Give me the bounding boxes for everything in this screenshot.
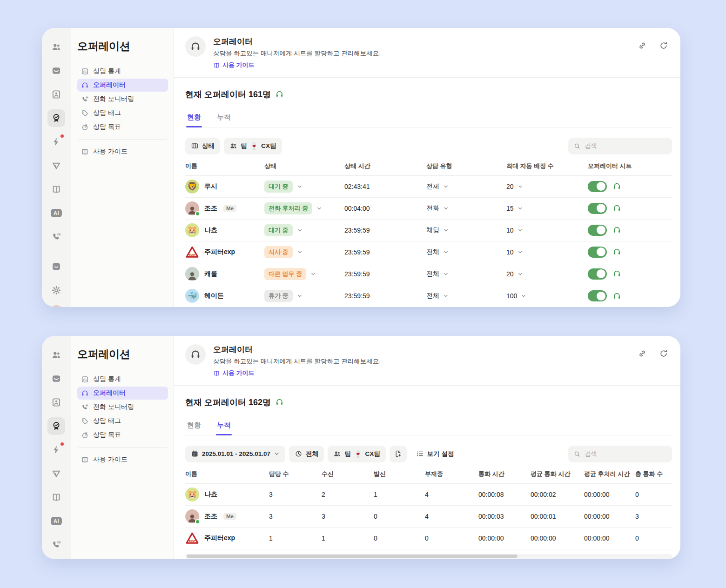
chevron-down-icon[interactable] xyxy=(297,249,302,255)
status-badge: 대기 중 xyxy=(264,224,293,236)
scrollbar-thumb[interactable] xyxy=(187,555,518,558)
chevron-down-icon[interactable] xyxy=(443,227,449,233)
chevron-down-icon[interactable] xyxy=(518,227,523,233)
team-filter-chip[interactable]: 팀 🍷 CX팀 xyxy=(328,446,386,462)
chevron-down-icon[interactable] xyxy=(518,206,523,211)
tab-cumulative[interactable]: 누적 xyxy=(216,111,232,127)
status-filter-chip[interactable]: 상태 xyxy=(185,138,220,154)
search-input[interactable] xyxy=(585,450,667,457)
rail-inbox-icon[interactable] xyxy=(47,370,65,388)
headset-icon xyxy=(185,344,206,365)
headset-icon xyxy=(81,81,89,89)
refresh-icon[interactable] xyxy=(659,349,668,358)
operation-window-status: AI 오퍼레이션 상담 통계 오퍼레이터 전화 모니터링 상담 태그 상담 목표 xyxy=(42,28,680,307)
rail-operation-medal-icon[interactable] xyxy=(47,109,65,127)
rail-phone-icon[interactable] xyxy=(47,228,65,246)
rail-automation-bolt-icon[interactable] xyxy=(47,133,65,151)
rail-phone-icon[interactable] xyxy=(47,536,65,554)
wine-emoji: 🍷 xyxy=(250,142,258,150)
chevron-down-icon[interactable] xyxy=(443,271,449,277)
chevron-down-icon[interactable] xyxy=(443,249,449,255)
sidebar-item-stats[interactable]: 상담 통계 xyxy=(77,65,168,78)
chevron-down-icon[interactable] xyxy=(297,184,302,189)
chevron-down-icon[interactable] xyxy=(443,184,449,189)
date-range-chip[interactable]: 2025.01.01 - 2025.01.07 xyxy=(185,446,285,462)
tab-current[interactable]: 현황 xyxy=(186,111,202,127)
search-input[interactable] xyxy=(585,142,667,149)
rail-operation-medal-icon[interactable] xyxy=(47,417,65,435)
rail-messenger-icon[interactable] xyxy=(47,258,65,275)
chevron-down-icon[interactable] xyxy=(297,227,302,233)
rail-users-icon[interactable] xyxy=(47,346,65,364)
guide-link[interactable]: 사용 가이드 xyxy=(213,369,255,377)
rail-settings-gear-icon[interactable] xyxy=(47,281,65,299)
avatar xyxy=(185,267,199,281)
seat-toggle[interactable] xyxy=(588,247,607,258)
rail-campaign-send-icon[interactable] xyxy=(47,465,65,482)
filter-toolbar: 2025.01.01 - 2025.01.07 전체 팀 🍷 CX팀 xyxy=(185,446,672,462)
sidebar-item-goals[interactable]: 상담 목표 xyxy=(77,428,168,441)
rail-contacts-icon[interactable] xyxy=(47,394,65,411)
rail-users-icon[interactable] xyxy=(47,38,65,56)
sidebar-item-guide[interactable]: 사용 가이드 xyxy=(77,453,168,466)
refresh-icon[interactable] xyxy=(659,41,668,50)
sidebar-item-call-monitoring[interactable]: 전화 모니터링 xyxy=(77,401,168,414)
chevron-down-icon[interactable] xyxy=(310,271,316,277)
team-filter-chip[interactable]: 팀 🍷 CX팀 xyxy=(224,138,282,154)
avatar: 🐳 xyxy=(185,289,199,303)
rail-contacts-icon[interactable] xyxy=(47,86,65,103)
rail-knowledge-book-icon[interactable] xyxy=(47,180,65,198)
rail-campaign-send-icon[interactable] xyxy=(47,157,65,174)
sidebar-item-goals[interactable]: 상담 목표 xyxy=(77,120,168,134)
columns-icon xyxy=(191,142,199,150)
sidebar-item-guide[interactable]: 사용 가이드 xyxy=(77,145,168,158)
seat-toggle[interactable] xyxy=(588,225,607,236)
export-button[interactable] xyxy=(390,446,407,462)
rail-inbox-icon[interactable] xyxy=(47,62,65,80)
tab-cumulative[interactable]: 누적 xyxy=(216,419,232,435)
seat-toggle[interactable] xyxy=(588,203,607,214)
horizontal-scrollbar[interactable] xyxy=(185,554,672,559)
rail-ai-icon[interactable]: AI xyxy=(47,512,65,530)
copy-link-icon[interactable] xyxy=(638,349,647,358)
rail-user-avatar[interactable] xyxy=(49,305,63,307)
rail-ai-icon[interactable]: AI xyxy=(47,204,65,222)
seat-toggle[interactable] xyxy=(588,290,607,301)
headset-green-icon xyxy=(612,204,621,213)
page-title: 오퍼레이터 xyxy=(213,344,381,355)
chevron-down-icon[interactable] xyxy=(518,249,523,255)
time-filter-chip[interactable]: 전체 xyxy=(289,446,324,462)
target-icon xyxy=(81,123,89,131)
app-icon-rail: AI xyxy=(42,336,71,559)
sidebar-item-operators[interactable]: 오퍼레이터 xyxy=(77,79,168,92)
seat-toggle[interactable] xyxy=(588,181,607,192)
sidebar-item-operators[interactable]: 오퍼레이터 xyxy=(77,387,168,400)
tag-icon xyxy=(81,109,89,117)
tag-icon xyxy=(81,417,89,425)
sidebar-item-tags[interactable]: 상담 태그 xyxy=(77,414,168,428)
guide-link[interactable]: 사용 가이드 xyxy=(213,61,255,69)
chevron-down-icon[interactable] xyxy=(443,206,449,211)
tab-current[interactable]: 현황 xyxy=(186,419,202,435)
chevron-down-icon[interactable] xyxy=(297,293,302,299)
headset-icon xyxy=(185,36,206,57)
chevron-down-icon[interactable] xyxy=(518,271,523,277)
chevron-down-icon[interactable] xyxy=(443,293,449,299)
chevron-down-icon[interactable] xyxy=(518,184,523,189)
chevron-down-icon[interactable] xyxy=(316,206,322,211)
copy-link-icon[interactable] xyxy=(638,41,647,50)
sidebar-item-stats[interactable]: 상담 통계 xyxy=(77,373,168,386)
seat-toggle[interactable] xyxy=(588,268,607,280)
page-title: 오퍼레이터 xyxy=(213,36,381,47)
sidebar-item-call-monitoring[interactable]: 전화 모니터링 xyxy=(77,93,168,106)
rail-automation-bolt-icon[interactable] xyxy=(47,441,65,459)
table-row: 🐹 나쵸 3 2 1 4 00:00:08 00:00:02 00:00:00 … xyxy=(185,484,672,506)
export-icon xyxy=(394,450,402,458)
clock-icon xyxy=(295,450,302,458)
phone-wave-icon xyxy=(81,95,89,103)
table-row: 주피터exp 식사 중 23:59:59 전체 10 xyxy=(185,241,672,263)
chevron-down-icon[interactable] xyxy=(521,293,526,299)
rail-knowledge-book-icon[interactable] xyxy=(47,488,65,506)
sidebar-item-tags[interactable]: 상담 태그 xyxy=(77,107,168,120)
view-settings-button[interactable]: 보기 설정 xyxy=(410,446,460,462)
